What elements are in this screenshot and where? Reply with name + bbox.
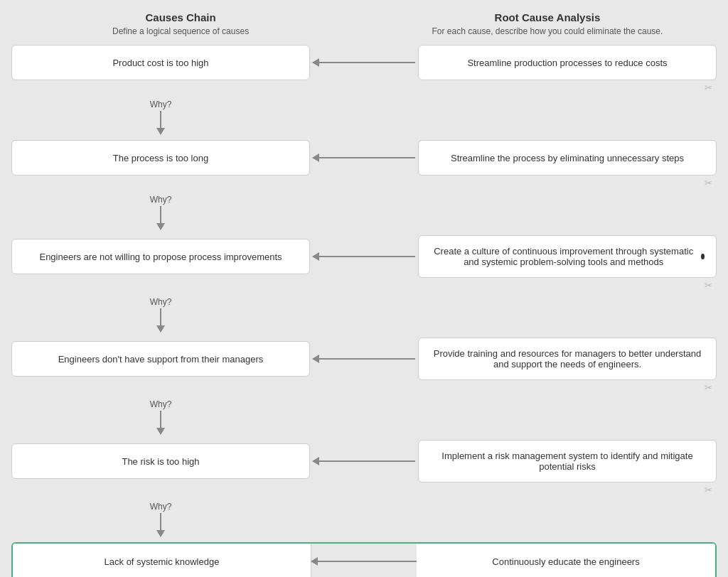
v-line-1 [160,111,161,128]
why-section-5: Why? [11,498,717,541]
v-arrowhead-1 [156,128,165,135]
cause-row-3: Engineers are not willing to propose pro… [11,235,717,292]
why-left-2: Why? [11,191,310,234]
why-left-4: Why? [11,396,310,438]
root-cause-subtitle: For each cause, describe how you could e… [378,26,717,36]
v-arrowhead-3 [156,325,165,333]
main-container: { "header": { "causes_title": "Causes Ch… [0,0,728,577]
diagram-area: Product cost is too high Streamline prod… [11,45,717,577]
edit-icon-1[interactable] [705,82,712,93]
why-left-5: Why? [11,498,310,541]
why-label-5: Why? [150,502,172,512]
columns-header: Causes Chain Define a logical sequence o… [11,11,717,36]
row-main-1: Product cost is too high Streamline prod… [11,45,717,80]
why-label-4: Why? [150,399,172,409]
row-main-4: Engineers don't have support from their … [11,338,717,380]
solution-box-3: Create a culture of continuous improveme… [418,235,717,278]
cause-row-5: The risk is too high Implement a risk ma… [11,440,717,497]
solution-box-2: Streamline the process by eliminating un… [418,140,717,176]
why-arrow-3 [156,308,165,333]
edit-icon-5[interactable] [705,484,712,495]
why-left-1: Why? [11,96,310,139]
edit-row-2 [11,176,717,190]
v-arrowhead-4 [156,428,165,435]
v-arrowhead-5 [156,530,165,537]
why-arrow-5 [156,513,165,537]
v-line-5 [160,513,161,530]
cause-box-1: Product cost is too high [11,45,310,80]
v-line-3 [160,308,161,325]
cause-row-4: Engineers don't have support from their … [11,338,717,394]
edit-row-1 [11,80,717,95]
cause-row-1: Product cost is too high Streamline prod… [11,45,717,95]
cause-box-2: The process is too long [11,140,310,176]
row-main-5: The risk is too high Implement a risk ma… [11,440,717,482]
why-label-2: Why? [150,195,172,205]
why-arrow-2 [156,206,165,230]
cause-box-5: The risk is too high [11,443,310,479]
why-label-3: Why? [150,297,172,307]
edit-row-4 [11,380,717,394]
why-section-2: Why? [11,191,717,234]
why-section-4: Why? [11,396,717,438]
root-cause-title: Root Cause Analysis [378,11,717,23]
why-arrow-4 [156,411,165,435]
edit-icon-2[interactable] [705,177,712,188]
why-section-1: Why? [11,96,717,139]
causes-chain-title: Causes Chain [11,11,350,23]
cause-row-2: The process is too long Streamline the p… [11,140,717,190]
cause-box-4: Engineers don't have support from their … [11,341,310,377]
frp-solution-box: Continuously educate the engineers [417,544,715,577]
why-left-3: Why? [11,293,310,336]
edit-row-5 [11,482,717,497]
v-line-2 [160,206,161,223]
why-section-3: Why? [11,293,717,336]
edit-icon-4[interactable] [705,382,712,393]
why-arrow-1 [156,111,165,135]
frp-cause-box: Lack of systemic knowledge [13,544,311,577]
frp-row: Lack of systemic knowledge Continuously … [11,542,717,577]
v-arrowhead-2 [156,223,165,230]
cause-box-3: Engineers are not willing to propose pro… [11,239,310,274]
solution-box-4: Provide training and resources for manag… [418,338,717,380]
causes-chain-subtitle: Define a logical sequence of causes [11,26,350,36]
v-line-4 [160,411,161,428]
frp-top-row: Lack of systemic knowledge Continuously … [13,544,715,577]
causes-chain-header: Causes Chain Define a logical sequence o… [11,11,350,36]
edit-icon-3[interactable] [705,279,712,291]
why-label-1: Why? [150,99,172,109]
row-main-2: The process is too long Streamline the p… [11,140,717,176]
solution-box-1: Streamline production processes to reduc… [418,45,717,80]
edit-row-3 [11,278,717,292]
solution-box-5: Implement a risk management system to id… [418,440,717,482]
row-main-3: Engineers are not willing to propose pro… [11,235,717,278]
root-cause-header: Root Cause Analysis For each cause, desc… [378,11,717,36]
dot-indicator [701,254,705,259]
